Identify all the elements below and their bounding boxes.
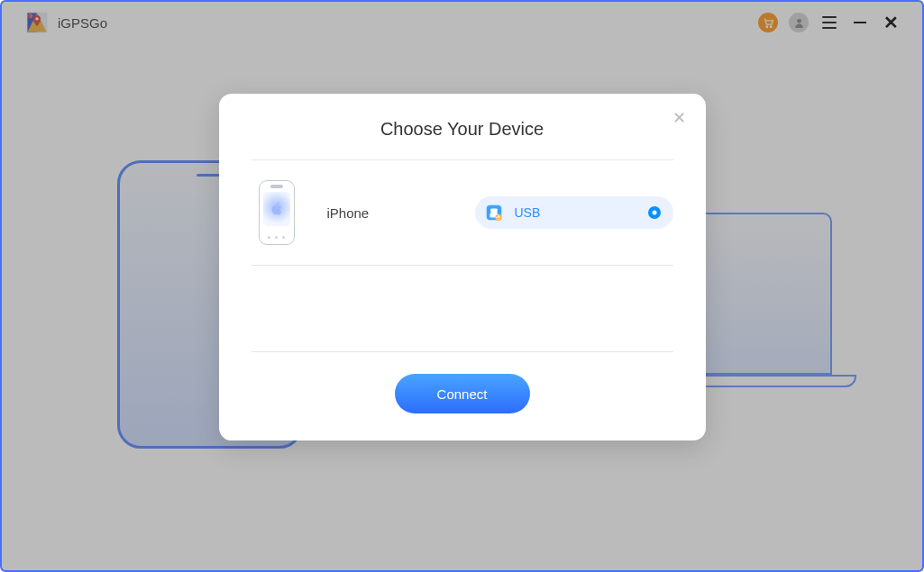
connection-type-selector[interactable]: USB <box>475 196 673 229</box>
svg-rect-11 <box>490 208 497 213</box>
connect-button[interactable]: Connect <box>395 374 530 413</box>
device-name: iPhone <box>327 205 370 221</box>
device-row[interactable]: iPhone USB <box>252 160 673 266</box>
device-thumb-icon <box>259 180 295 245</box>
connection-label: USB <box>515 205 648 220</box>
modal-close-button[interactable]: ✕ <box>672 110 686 126</box>
empty-device-area <box>252 266 673 352</box>
app-window: iGPSGo <box>0 0 924 572</box>
choose-device-modal: ✕ Choose Your Device iPhone <box>219 94 706 440</box>
radio-selected-icon <box>648 206 661 219</box>
usb-icon <box>484 203 504 222</box>
modal-title: Choose Your Device <box>252 119 673 140</box>
